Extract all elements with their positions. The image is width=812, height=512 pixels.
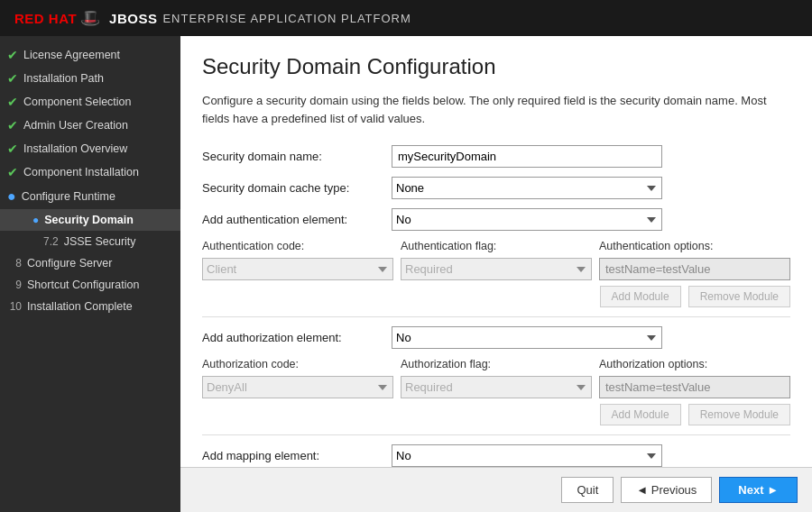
- sidebar-item-configure-server[interactable]: 8 Configure Server: [0, 252, 180, 274]
- authz-remove-module-button: Remove Module: [688, 404, 790, 425]
- check-icon: ✔: [7, 118, 18, 133]
- cache-type-control: None: [392, 177, 662, 199]
- add-authz-row: Add authorization element: No Yes: [202, 326, 790, 349]
- auth-add-module-button: Add Module: [600, 286, 681, 307]
- sidebar-item-label: Installation Complete: [27, 300, 133, 313]
- sidebar-item-label: Security Domain: [44, 214, 134, 226]
- sidebar-item-install-complete[interactable]: 10 Installation Complete: [0, 296, 180, 317]
- auth-options-label: Authentication options:: [599, 240, 790, 252]
- app-header: RED HAT 🎩 JBOSS ENTERPRISE APPLICATION P…: [0, 0, 812, 36]
- authz-flag-col: Authorization flag: Required: [401, 358, 592, 398]
- add-authz-control: No Yes: [392, 326, 662, 349]
- sidebar-item-security-domain[interactable]: ● Security Domain: [0, 209, 180, 231]
- authz-flag-select: Required: [401, 376, 592, 398]
- jboss-text: JBOSS: [109, 11, 157, 26]
- auth-options-input: [599, 258, 790, 280]
- authz-multi-col: Authorization code: DenyAll Authorizatio…: [202, 358, 790, 398]
- cache-type-select[interactable]: None: [392, 177, 662, 199]
- sidebar-item-label: License Agreement: [23, 49, 120, 61]
- authz-code-label: Authorization code:: [202, 358, 393, 370]
- dot-icon: ●: [7, 188, 16, 205]
- check-icon: ✔: [7, 95, 18, 109]
- item-number: 10: [7, 300, 22, 313]
- auth-code-col: Authentication code: Client: [202, 240, 393, 280]
- sidebar-item-admin-user[interactable]: ✔ Admin User Creation: [0, 114, 180, 137]
- sidebar-item-label: Configure Server: [27, 257, 113, 270]
- auth-flag-label: Authentication flag:: [401, 240, 592, 252]
- security-domain-name-row: Security domain name:: [202, 145, 790, 168]
- hat-icon: 🎩: [80, 8, 100, 28]
- auth-multi-col: Authentication code: Client Authenticati…: [202, 240, 790, 280]
- item-number: 8: [7, 257, 22, 270]
- add-mapping-control: No Yes: [392, 444, 662, 467]
- item-number: 9: [7, 279, 22, 291]
- authz-flag-label: Authorization flag:: [401, 358, 592, 370]
- check-icon: ✔: [7, 165, 18, 179]
- add-mapping-row: Add mapping element: No Yes: [202, 444, 790, 467]
- item-number: 7.2: [43, 235, 59, 248]
- previous-button[interactable]: ◄ Previous: [621, 477, 712, 503]
- sidebar-item-install-overview[interactable]: ✔ Installation Overview: [0, 137, 180, 160]
- check-icon: ✔: [7, 48, 18, 62]
- sidebar-item-license[interactable]: ✔ License Agreement: [0, 43, 180, 67]
- cache-type-label: Security domain cache type:: [202, 181, 392, 195]
- main-panel: Security Domain Configuration Configure …: [180, 36, 812, 512]
- sidebar: ✔ License Agreement ✔ Installation Path …: [0, 36, 180, 512]
- sidebar-item-label: Admin User Creation: [23, 119, 128, 132]
- add-auth-row: Add authentication element: No Yes: [202, 208, 790, 231]
- authz-code-select: DenyAll: [202, 376, 393, 398]
- sidebar-item-configure-runtime[interactable]: ● Configure Runtime: [0, 184, 180, 209]
- add-authz-select[interactable]: No Yes: [392, 326, 662, 349]
- sidebar-item-install-path[interactable]: ✔ Installation Path: [0, 67, 180, 90]
- add-auth-control: No Yes: [392, 208, 662, 231]
- add-auth-select[interactable]: No Yes: [392, 208, 662, 231]
- check-icon: ✔: [7, 142, 18, 156]
- authz-options-input: [599, 376, 790, 398]
- sidebar-item-label: JSSE Security: [64, 235, 136, 248]
- divider-2: [202, 434, 790, 435]
- dot-blue-icon: ●: [32, 214, 39, 226]
- divider-1: [202, 316, 790, 317]
- page-description: Configure a security domain using the fi…: [202, 92, 790, 127]
- security-domain-name-input[interactable]: [392, 145, 662, 168]
- security-domain-name-control: [392, 145, 662, 168]
- authz-code-col: Authorization code: DenyAll: [202, 358, 393, 398]
- quit-button[interactable]: Quit: [561, 477, 614, 503]
- red-hat-text: RED HAT: [14, 11, 77, 26]
- authz-options-label: Authorization options:: [599, 358, 790, 370]
- footer: Quit ◄ Previous Next ►: [180, 467, 812, 512]
- add-mapping-select[interactable]: No Yes: [392, 444, 662, 467]
- security-domain-name-label: Security domain name:: [202, 150, 392, 163]
- auth-flag-select: Required: [401, 258, 592, 280]
- subtitle-text: ENTERPRISE APPLICATION PLATFORM: [162, 12, 411, 25]
- page-title: Security Domain Configuration: [202, 54, 790, 79]
- sidebar-item-jsse[interactable]: 7.2 JSSE Security: [0, 231, 180, 252]
- authz-add-module-button: Add Module: [600, 404, 681, 425]
- sidebar-item-label: Configure Runtime: [22, 190, 115, 203]
- sidebar-item-component-install[interactable]: ✔ Component Installation: [0, 160, 180, 184]
- auth-options-col: Authentication options:: [599, 240, 790, 280]
- auth-flag-col: Authentication flag: Required: [401, 240, 592, 280]
- sidebar-item-label: Component Selection: [23, 96, 132, 108]
- auth-code-select: Client: [202, 258, 393, 280]
- sidebar-item-label: Shortcut Configuration: [27, 279, 139, 291]
- auth-btn-row: Add Module Remove Module: [202, 286, 790, 307]
- sidebar-item-label: Component Installation: [23, 166, 139, 178]
- add-authz-label: Add authorization element:: [202, 331, 392, 344]
- sidebar-item-component-selection[interactable]: ✔ Component Selection: [0, 90, 180, 114]
- add-auth-label: Add authentication element:: [202, 213, 392, 226]
- content-area: Security Domain Configuration Configure …: [180, 36, 812, 467]
- check-icon: ✔: [7, 71, 18, 86]
- auth-remove-module-button: Remove Module: [688, 286, 790, 307]
- sidebar-item-shortcut-config[interactable]: 9 Shortcut Configuration: [0, 274, 180, 296]
- cache-type-row: Security domain cache type: None: [202, 177, 790, 199]
- authz-btn-row: Add Module Remove Module: [202, 404, 790, 425]
- auth-code-label: Authentication code:: [202, 240, 393, 252]
- sidebar-item-label: Installation Overview: [23, 142, 127, 155]
- authz-options-col: Authorization options:: [599, 358, 790, 398]
- sidebar-item-label: Installation Path: [23, 72, 104, 85]
- brand-logo: RED HAT 🎩 JBOSS ENTERPRISE APPLICATION P…: [14, 8, 411, 28]
- next-button[interactable]: Next ►: [719, 477, 798, 503]
- add-mapping-label: Add mapping element:: [202, 449, 392, 462]
